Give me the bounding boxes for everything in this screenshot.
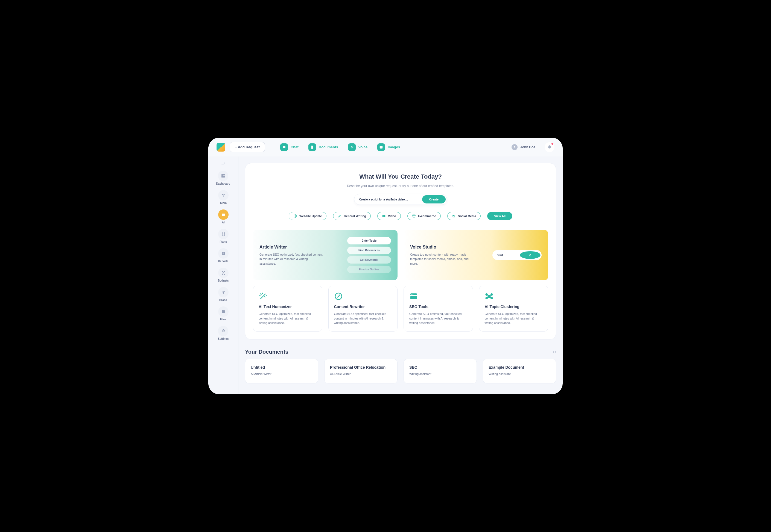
sidebar-item-brand[interactable]: Brand xyxy=(218,286,229,303)
wand-icon xyxy=(259,292,317,301)
chip-view-all[interactable]: View All xyxy=(487,212,512,220)
card-content-rewriter[interactable]: Content Rewriter Generate SEO-optimized,… xyxy=(328,286,398,332)
docs-prev-button[interactable]: ‹ xyxy=(553,350,554,354)
team-icon xyxy=(218,190,229,200)
document-card[interactable]: Example Document Writing assistant xyxy=(483,359,556,383)
avatar-icon xyxy=(511,144,517,150)
add-request-button[interactable]: + Add Request xyxy=(230,142,265,152)
sidebar-toggle[interactable] xyxy=(221,161,226,165)
sidebar-item-reports[interactable]: Reports xyxy=(218,247,229,264)
card-desc: Create top-notch content with ready-made… xyxy=(410,252,476,266)
sidebar-label: AI xyxy=(222,221,225,224)
svg-point-8 xyxy=(222,194,223,195)
documents-row: Untitled AI Article Wirter Professional … xyxy=(245,359,556,383)
sidebar-item-files[interactable]: Files xyxy=(218,305,229,322)
sidebar-label: Reports xyxy=(218,260,229,263)
rewrite-icon xyxy=(334,292,392,301)
document-card[interactable]: SEO Writing assistant xyxy=(404,359,477,383)
svg-rect-29 xyxy=(413,215,416,216)
card-ai-topic-clustering[interactable]: AI Topic Clustering Generate SEO-optimiz… xyxy=(479,286,548,332)
doc-title: Untitled xyxy=(251,365,313,370)
svg-point-17 xyxy=(224,235,225,236)
sidebar-item-budgets[interactable]: Budgets xyxy=(218,267,229,283)
document-card[interactable]: Untitled AI Article Wirter xyxy=(245,359,318,383)
svg-rect-1 xyxy=(380,146,383,148)
document-icon xyxy=(308,143,316,151)
chip-website-update[interactable]: Website Update xyxy=(289,212,326,220)
image-icon xyxy=(377,143,385,151)
card-seo-tools[interactable]: SEO Tools Generate SEO-optimized, fact-c… xyxy=(404,286,473,332)
username: John Doe xyxy=(520,145,535,149)
topnav-voice[interactable]: Voice xyxy=(348,143,368,151)
chip-ecommerce[interactable]: E-commerce xyxy=(407,212,441,220)
topnav-label: Images xyxy=(388,145,400,149)
card-title: Article Writer xyxy=(260,245,342,250)
topnav-images[interactable]: Images xyxy=(377,143,400,151)
svg-point-21 xyxy=(222,274,223,275)
sidebar-label: Team xyxy=(220,202,227,205)
svg-point-39 xyxy=(491,294,492,295)
document-card[interactable]: Professional Office Relocation AI Articl… xyxy=(324,359,398,383)
card-title: AI Topic Clustering xyxy=(485,305,543,309)
docs-next-button[interactable]: › xyxy=(555,350,556,354)
svg-point-3 xyxy=(514,146,515,147)
chip-general-writing[interactable]: General Writing xyxy=(333,212,371,220)
svg-rect-34 xyxy=(410,296,417,299)
doc-title: Professional Office Relocation xyxy=(330,365,392,370)
sidebar-item-dashboard[interactable]: Dashboard xyxy=(216,170,230,186)
card-desc: Generate SEO-optimized, fact-checked con… xyxy=(259,312,317,325)
sidebar-item-plans[interactable]: Plans xyxy=(218,228,229,244)
sidebar-item-settings[interactable]: Settings xyxy=(218,325,229,341)
feature-row: Article Writer Generate SEO-optimized, f… xyxy=(253,230,548,280)
card-voice-studio[interactable]: Voice Studio Create top-notch content wi… xyxy=(404,230,548,280)
svg-point-12 xyxy=(223,214,223,215)
svg-point-26 xyxy=(223,293,224,294)
chip-video[interactable]: Video xyxy=(377,212,401,220)
card-article-writer[interactable]: Article Writer Generate SEO-optimized, f… xyxy=(253,230,398,280)
plans-icon xyxy=(218,229,229,239)
svg-rect-31 xyxy=(529,254,531,255)
card-ai-text-humanizer[interactable]: AI Text Humanizer Generate SEO-optimized… xyxy=(253,286,322,332)
svg-point-15 xyxy=(224,233,225,234)
svg-point-14 xyxy=(222,233,223,234)
browser-icon xyxy=(409,292,467,301)
sidebar-label: Budgets xyxy=(218,279,229,282)
svg-point-2 xyxy=(380,146,381,147)
sidebar-label: Plans xyxy=(220,240,227,243)
chip-social-media[interactable]: Social Media xyxy=(447,212,481,220)
svg-point-25 xyxy=(224,291,225,292)
svg-rect-0 xyxy=(351,146,352,147)
top-nav: Chat Documents Voice Images xyxy=(280,143,400,151)
topnav-label: Chat xyxy=(291,145,299,149)
svg-point-40 xyxy=(486,297,487,299)
hero-title: What Will You Create Today? xyxy=(253,173,548,180)
ai-icon xyxy=(218,209,229,220)
app-logo xyxy=(217,143,225,152)
chat-icon xyxy=(280,143,288,151)
chip-label: Video xyxy=(388,214,396,218)
svg-point-35 xyxy=(411,294,412,295)
user-menu[interactable]: John Doe xyxy=(511,144,535,150)
sidebar: Dashboard Team AI Plans xyxy=(208,156,239,394)
social-icon xyxy=(452,214,456,218)
create-button[interactable]: Create xyxy=(422,195,446,203)
svg-point-9 xyxy=(224,194,225,195)
doc-subtitle: Writing assistant xyxy=(488,372,550,376)
prompt-input[interactable] xyxy=(359,198,422,201)
svg-rect-33 xyxy=(410,294,417,295)
step-pill: Enter Topic xyxy=(347,237,391,244)
documents-header: Your Documents ‹ › xyxy=(245,349,556,355)
svg-point-23 xyxy=(223,292,224,293)
tools-row: AI Text Humanizer Generate SEO-optimized… xyxy=(253,286,548,332)
notifications-button[interactable] xyxy=(544,142,554,152)
topnav-documents[interactable]: Documents xyxy=(308,143,338,151)
svg-rect-5 xyxy=(224,174,225,175)
svg-rect-4 xyxy=(222,174,223,176)
pen-icon xyxy=(338,214,342,218)
sidebar-item-ai[interactable]: AI xyxy=(218,208,229,225)
voice-start-button[interactable]: Start xyxy=(492,250,541,260)
topnav-chat[interactable]: Chat xyxy=(280,143,299,151)
sidebar-item-team[interactable]: Team xyxy=(218,189,229,206)
card-title: SEO Tools xyxy=(409,305,467,309)
settings-icon xyxy=(218,326,228,336)
